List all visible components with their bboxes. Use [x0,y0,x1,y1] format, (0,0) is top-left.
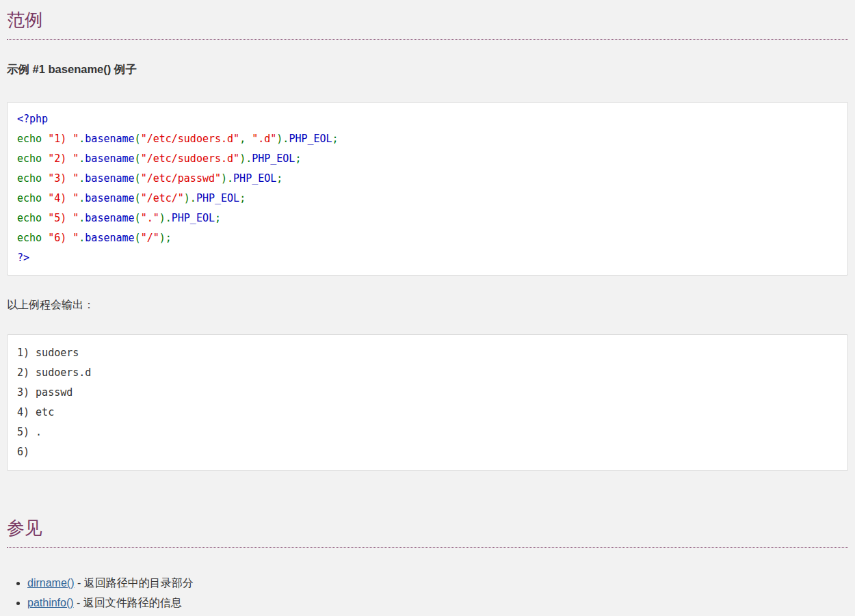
output-line: 2) sudoers.d [17,363,838,383]
code-line: echo "3) ".basename("/etc/passwd").PHP_E… [17,169,838,189]
seealso-section: 参见 dirname() - 返回路径中的目录部分pathinfo() - 返回… [7,508,848,613]
seealso-item: pathinfo() - 返回文件路径的信息 [27,593,848,613]
output-line: 4) etc [17,403,838,423]
code-line: echo "6) ".basename("/"); [17,228,838,248]
output-intro-text: 以上例程会输出： [7,298,848,312]
output-line: 3) passwd [17,383,838,403]
seealso-item: dirname() - 返回路径中的目录部分 [27,573,848,593]
output-line: 6) [17,442,838,462]
examples-section: 范例 示例 #1 basename() 例子 <?phpecho "1) ".b… [7,0,848,471]
function-link[interactable]: pathinfo() [27,597,74,608]
seealso-heading: 参见 [7,508,848,548]
output-line: 1) sudoers [17,343,838,363]
manual-page: 范例 示例 #1 basename() 例子 <?phpecho "1) ".b… [0,0,855,613]
code-line: ?> [17,248,838,268]
example-title: 示例 #1 basename() 例子 [7,62,848,76]
function-link[interactable]: dirname() [27,577,74,589]
code-line: echo "2) ".basename("/etc/sudoers.d").PH… [17,149,838,169]
php-code-block: <?phpecho "1) ".basename("/etc/sudoers.d… [7,102,848,276]
code-line: echo "4) ".basename("/etc/").PHP_EOL; [17,189,838,209]
output-line: 5) . [17,423,838,442]
code-line: echo "5) ".basename(".").PHP_EOL; [17,209,838,228]
code-line: echo "1) ".basename("/etc/sudoers.d", ".… [17,129,838,149]
seealso-list: dirname() - 返回路径中的目录部分pathinfo() - 返回文件路… [7,573,848,613]
code-line: <?php [17,109,838,129]
example-output-block: 1) sudoers2) sudoers.d3) passwd4) etc5) … [7,334,848,471]
examples-heading: 范例 [7,0,848,40]
